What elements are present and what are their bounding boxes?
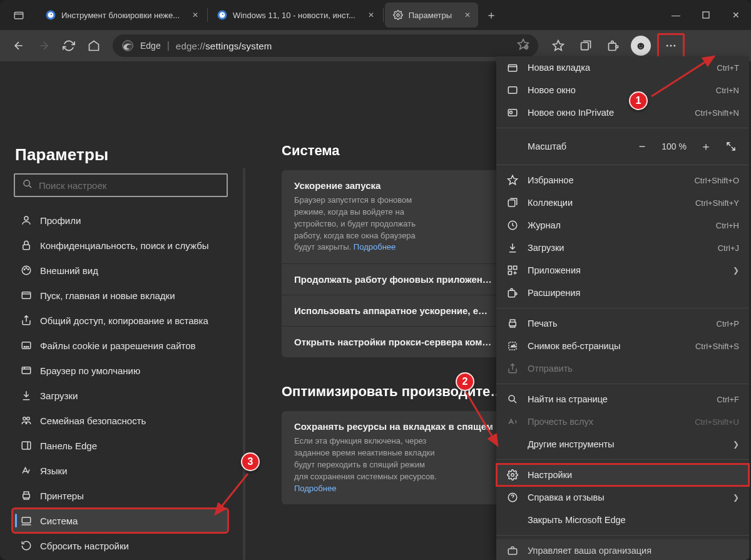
tab-separator bbox=[383, 8, 384, 22]
nav-startup[interactable]: Пуск, главная и новые вкладки bbox=[13, 283, 228, 307]
shortcut: Ctrl+P bbox=[717, 319, 739, 328]
forward-button[interactable] bbox=[33, 34, 55, 57]
menu-find[interactable]: Найти на страницеCtrl+F bbox=[496, 388, 749, 410]
browser-tab-active[interactable]: Параметры ✕ bbox=[385, 3, 478, 28]
svg-rect-41 bbox=[514, 266, 517, 269]
menu-downloads[interactable]: ЗагрузкиCtrl+J bbox=[496, 237, 749, 259]
nav-reset[interactable]: Сбросить настройки bbox=[13, 534, 228, 557]
maximize-button[interactable] bbox=[691, 0, 721, 30]
menu-label: Управляет ваша организация bbox=[528, 546, 651, 556]
profile-avatar[interactable]: ☻ bbox=[628, 33, 653, 58]
search-input[interactable] bbox=[39, 180, 219, 191]
nav-default-browser[interactable]: Браузер по умолчанию bbox=[13, 359, 228, 382]
menu-managed-by-org[interactable]: Управляет ваша организация bbox=[496, 539, 749, 560]
svg-rect-51 bbox=[508, 549, 517, 554]
menu-apps[interactable]: Приложения❯ bbox=[496, 259, 749, 282]
extension-icon bbox=[506, 287, 519, 299]
zoom-in-button[interactable]: ＋ bbox=[695, 136, 717, 157]
menu-label: Избранное bbox=[528, 175, 573, 185]
reset-icon bbox=[20, 539, 33, 552]
nav-family[interactable]: Семейная безопасность bbox=[13, 409, 228, 432]
menu-extensions[interactable]: Расширения bbox=[496, 282, 749, 304]
nav-edge-bar[interactable]: Панель Edge bbox=[13, 434, 228, 457]
svg-point-17 bbox=[24, 216, 28, 220]
menu-label: Прочесть вслух bbox=[528, 417, 593, 427]
nav-printers[interactable]: Принтеры bbox=[13, 484, 228, 507]
sidebar-icon bbox=[20, 439, 33, 452]
svg-rect-45 bbox=[515, 293, 517, 295]
tab-icon bbox=[20, 289, 33, 302]
nav-appearance[interactable]: Внешний вид bbox=[13, 258, 228, 282]
menu-collections[interactable]: КоллекцииCtrl+Shift+Y bbox=[496, 191, 749, 214]
browser-tab[interactable]: Windows 11, 10 - новости, инст... ✕ bbox=[209, 3, 382, 28]
favorites-icon[interactable] bbox=[546, 33, 571, 58]
nav-profiles[interactable]: Профили bbox=[13, 208, 228, 232]
menu-new-window[interactable]: Новое окноCtrl+N bbox=[496, 79, 749, 101]
row-desc-text: Если эта функция включена, через заданно… bbox=[294, 436, 437, 481]
svg-point-25 bbox=[24, 347, 25, 348]
svg-point-27 bbox=[28, 347, 29, 348]
tabs-overview-icon[interactable] bbox=[11, 8, 26, 23]
app-menu-button[interactable] bbox=[657, 33, 685, 58]
nav-cookies[interactable]: Файлы cookie и разрешения сайтов bbox=[13, 333, 228, 357]
fullscreen-button[interactable] bbox=[720, 136, 742, 157]
menu-separator bbox=[496, 128, 749, 128]
svg-point-30 bbox=[27, 417, 30, 420]
learn-more-link[interactable]: Подробнее bbox=[294, 484, 336, 493]
zoom-out-button[interactable]: − bbox=[631, 136, 653, 157]
close-window-button[interactable]: ✕ bbox=[721, 0, 751, 30]
nav-privacy[interactable]: Конфиденциальность, поиск и службы bbox=[13, 233, 228, 257]
briefcase-icon bbox=[506, 544, 519, 557]
url-input[interactable]: Edge | edge://settings/system bbox=[113, 34, 538, 57]
refresh-button[interactable] bbox=[58, 34, 80, 57]
menu-web-capture[interactable]: Снимок веб-страницыCtrl+Shift+S bbox=[496, 335, 749, 357]
menu-label: Загрузки bbox=[528, 243, 564, 253]
home-button[interactable] bbox=[83, 34, 105, 57]
nav-system[interactable]: Система bbox=[13, 509, 228, 532]
menu-separator bbox=[496, 384, 749, 384]
collections-icon[interactable] bbox=[573, 33, 598, 58]
shortcut: Ctrl+Shift+O bbox=[694, 176, 739, 185]
nav-label: Браузер по умолчанию bbox=[40, 365, 140, 376]
menu-help[interactable]: Справка и отзывы❯ bbox=[496, 486, 749, 509]
svg-point-49 bbox=[511, 474, 514, 477]
menu-inprivate[interactable]: Новое окно InPrivateCtrl+Shift+N bbox=[496, 101, 749, 124]
menu-read-aloud: Прочесть вслухCtrl+Shift+U bbox=[496, 410, 749, 433]
menu-more-tools[interactable]: Другие инструменты❯ bbox=[496, 433, 749, 456]
minimize-button[interactable]: ― bbox=[661, 0, 691, 30]
settings-search[interactable] bbox=[14, 173, 228, 197]
svg-point-3 bbox=[397, 14, 399, 16]
inprivate-icon bbox=[506, 106, 519, 119]
add-favorite-icon[interactable] bbox=[517, 38, 529, 53]
svg-rect-4 bbox=[703, 12, 709, 18]
menu-close-edge[interactable]: Закрыть Microsoft Edge bbox=[496, 509, 749, 531]
system-icon bbox=[20, 514, 33, 527]
menu-favorites[interactable]: ИзбранноеCtrl+Shift+O bbox=[496, 169, 749, 191]
learn-more-link[interactable]: Подробнее bbox=[354, 242, 396, 252]
menu-new-tab[interactable]: Новая вкладкаCtrl+T bbox=[496, 56, 749, 79]
url-path: settings/system bbox=[205, 41, 272, 51]
browser-tab[interactable]: Инструмент блокировки неже... ✕ bbox=[38, 3, 206, 28]
back-button[interactable] bbox=[8, 34, 30, 57]
menu-separator bbox=[496, 165, 749, 165]
svg-point-48 bbox=[509, 395, 514, 401]
nav-languages[interactable]: Языки bbox=[13, 459, 228, 482]
printer-icon bbox=[20, 489, 33, 502]
close-tab-icon[interactable]: ✕ bbox=[464, 11, 471, 19]
close-tab-icon[interactable]: ✕ bbox=[192, 11, 198, 19]
close-tab-icon[interactable]: ✕ bbox=[368, 11, 374, 19]
extension-icon[interactable] bbox=[601, 33, 626, 58]
menu-label: Коллекции bbox=[528, 198, 573, 208]
menu-history[interactable]: ЖурналCtrl+H bbox=[496, 214, 749, 237]
new-tab-button[interactable]: ＋ bbox=[481, 4, 502, 26]
nav-share[interactable]: Общий доступ, копирование и вставка bbox=[13, 308, 228, 332]
menu-print[interactable]: ПечатьCtrl+P bbox=[496, 312, 749, 335]
gear-icon bbox=[506, 469, 519, 481]
nav-downloads[interactable]: Загрузки bbox=[13, 384, 228, 407]
menu-settings[interactable]: Настройки bbox=[496, 464, 749, 486]
window-icon bbox=[506, 84, 519, 96]
help-icon bbox=[506, 491, 519, 504]
nav-label: Конфиденциальность, поиск и службы bbox=[40, 240, 209, 251]
menu-zoom: Масштаб − 100 % ＋ bbox=[496, 132, 749, 161]
svg-rect-37 bbox=[510, 111, 513, 114]
